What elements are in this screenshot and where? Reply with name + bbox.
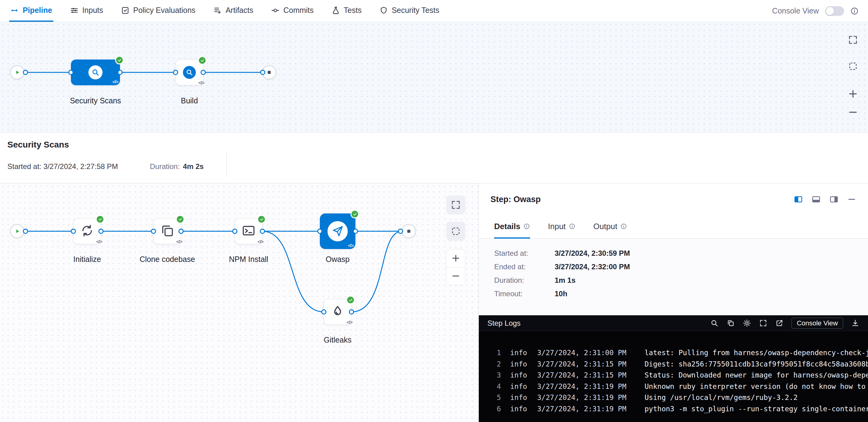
canvas-zoom-out-button[interactable] [848,107,858,118]
open-external-icon[interactable] [775,319,784,327]
copy-logs-icon[interactable] [726,319,735,327]
success-badge [176,215,184,224]
download-icon[interactable] [851,319,859,327]
step-panel-tabs: Details Input Output [479,215,868,238]
log-level: info [510,347,529,359]
tab-input[interactable]: Input [548,215,576,238]
toggle-knob [826,7,834,15]
detail-value: 3/27/2024, 2:32:00 PM [555,262,868,271]
log-message: Using /usr/local/rvm/gems/ruby-3.2.2 [645,392,868,403]
stage-canvas-fullscreen-button[interactable] [446,195,465,215]
tab-label: Tests [344,6,362,15]
shield-icon [379,6,388,15]
tab-details[interactable]: Details [494,215,530,238]
fullscreen-icon [848,35,858,45]
tab-tests[interactable]: Tests [330,0,363,22]
search-icon[interactable] [710,319,718,327]
zoom-out-button[interactable] [446,267,465,285]
tab-inputs[interactable]: Inputs [69,0,104,22]
log-timestamp: 3/27/2024, 2:31:19 PM [537,381,639,392]
log-timestamp: 3/27/2024, 2:31:00 PM [537,347,639,359]
step-node-owasp[interactable]: </> [320,214,355,249]
step-node-initialize[interactable]: </> [73,218,101,244]
tab-label: Pipeline [23,6,52,15]
step-logs: Step Logs Console View 1info3/27/2024, 2… [479,315,868,422]
log-level: info [510,392,529,403]
tab-label: Policy Evaluations [133,6,195,15]
stage-canvas-select-button[interactable] [446,222,465,241]
top-navigation: Pipeline Inputs Policy Evaluations Artif… [0,0,868,22]
detail-row: Ended at: 3/27/2024, 2:32:00 PM [494,260,868,273]
step-logs-toolbar: Console View [710,318,859,329]
detail-row: Duration: 1m 1s [494,273,868,287]
tab-label: Artifacts [226,6,253,15]
code-marker: </> [257,239,264,244]
pipeline-start-node[interactable] [10,65,24,79]
stage-summary-title: Security Scans [7,140,861,150]
layout-right-icon[interactable] [829,195,839,204]
log-line: 6info3/27/2024, 2:31:19 PMpython3 -m sto… [492,403,868,415]
log-line: 5info3/27/2024, 2:31:19 PMUsing /usr/loc… [492,392,868,403]
stage-start-node[interactable] [10,224,24,238]
tab-policy-evaluations[interactable]: Policy Evaluations [120,0,197,22]
detail-value: 10h [555,290,868,298]
layout-bottom-icon[interactable] [811,195,821,204]
detail-label: Ended at: [494,262,555,271]
owasp-icon [328,221,348,241]
step-logs-title: Step Logs [487,319,521,328]
tab-pipeline[interactable]: Pipeline [9,0,53,22]
step-node-clone-codebase[interactable]: </> [153,218,181,244]
marquee-icon [848,61,858,71]
build-scan-icon [183,66,196,79]
tab-artifacts[interactable]: Artifacts [212,0,254,22]
code-marker: </> [346,320,352,325]
stage-node-build[interactable]: </> [176,60,203,85]
info-icon[interactable] [523,223,530,230]
step-panel-header: Step: Owasp [479,184,868,215]
step-details-panel: Step: Owasp Details Input Output [479,184,868,422]
layout-split-left-icon[interactable] [794,195,803,204]
settings-gear-icon[interactable] [743,319,751,327]
step-node-gitleaks[interactable]: </> [324,299,351,325]
inputs-icon [70,6,79,15]
console-view-toggle[interactable] [825,6,844,16]
log-line-number: 6 [492,403,501,415]
tab-label: Security Tests [392,6,439,15]
fullscreen-icon [451,200,461,210]
info-icon[interactable] [620,223,627,230]
tab-security-tests[interactable]: Security Tests [378,0,440,22]
canvas-fullscreen-button[interactable] [848,35,858,45]
detail-value: 1m 1s [555,276,868,285]
zoom-in-button[interactable] [446,249,465,267]
stage-node-security-scans[interactable]: </> [71,60,120,85]
marquee-icon [451,226,461,236]
scan-icon [88,65,102,79]
canvas-select-button[interactable] [848,61,858,71]
log-line-number: 4 [492,381,501,392]
fullscreen-icon[interactable] [759,319,767,327]
console-view-label: Console View [772,6,819,15]
log-line: 1info3/27/2024, 2:31:00 PMlatest: Pullin… [492,347,868,359]
vertical-divider [226,152,227,177]
collapse-panel-icon[interactable] [847,195,856,204]
info-icon[interactable] [569,223,576,230]
info-icon[interactable] [850,7,859,15]
plus-icon [451,254,460,263]
tab-label: Details [494,222,520,231]
console-view-button[interactable]: Console View [792,318,843,329]
step-details-table: Started at: 3/27/2024, 2:30:59 PM Ended … [479,238,868,315]
log-message: Status: Downloaded newer image for harne… [645,369,868,381]
pipeline-end-node[interactable] [262,65,276,79]
stage-canvas-zoom-panel [446,249,465,285]
tab-output[interactable]: Output [593,215,627,238]
minus-icon [848,107,858,118]
log-timestamp: 3/27/2024, 2:31:19 PM [537,403,639,415]
tab-label: Commits [283,6,314,15]
stop-icon [405,228,412,235]
step-node-npm-install[interactable]: </> [235,218,262,244]
stage-end-node[interactable] [402,224,416,238]
log-level: info [510,359,529,370]
sync-icon [81,224,94,238]
tab-commits[interactable]: Commits [270,0,315,22]
canvas-zoom-in-button[interactable] [848,89,858,99]
